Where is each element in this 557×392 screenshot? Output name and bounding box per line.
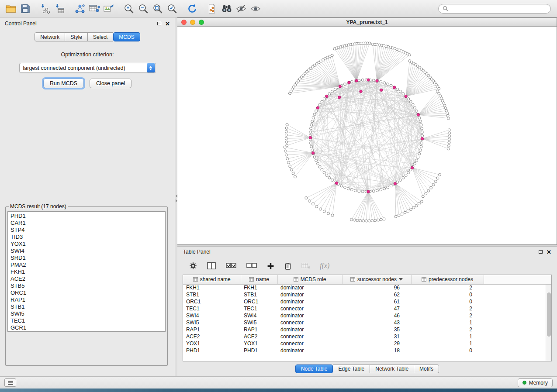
save-session-button[interactable] <box>19 2 32 15</box>
mcds-result-item[interactable]: STB5 <box>8 282 165 289</box>
cell-predecessors[interactable]: 2 <box>411 284 484 291</box>
new-table-button[interactable] <box>88 2 101 15</box>
cell-successors[interactable]: 46 <box>342 312 411 319</box>
zoom-fit-button[interactable] <box>151 2 164 15</box>
table-row[interactable]: ACE2ACE2connector311 <box>183 333 551 340</box>
column-header-MCDS-role[interactable]: MCDS role <box>277 275 342 284</box>
table-row[interactable]: PHD1PHD1dominator180 <box>183 347 551 354</box>
cell-shared_name[interactable]: ORC1 <box>183 298 241 305</box>
import-table-button[interactable] <box>53 2 66 15</box>
table-row[interactable]: ORC1ORC1dominator610 <box>183 298 551 305</box>
cell-shared_name[interactable]: SWI4 <box>183 312 241 319</box>
export-network-button[interactable] <box>206 2 219 15</box>
refresh-button[interactable] <box>186 2 199 15</box>
cell-name[interactable]: PHD1 <box>241 347 277 354</box>
cell-name[interactable]: YOX1 <box>241 340 277 347</box>
table-scrollbar-thumb[interactable] <box>547 292 551 337</box>
mcds-result-item[interactable]: STP4 <box>8 227 165 234</box>
table-row[interactable]: YOX1YOX1connector291 <box>183 340 551 347</box>
cell-name[interactable]: TEC1 <box>241 305 277 312</box>
table-settings-button[interactable] <box>189 261 197 270</box>
collapse-left-icon[interactable] <box>176 194 177 198</box>
search-input[interactable] <box>450 6 547 12</box>
cell-shared_name[interactable]: SWI5 <box>183 319 241 326</box>
network-canvas[interactable] <box>177 27 557 244</box>
cell-name[interactable]: RAP1 <box>241 326 277 333</box>
mcds-result-item[interactable]: SWI5 <box>8 310 165 317</box>
mcds-result-item[interactable]: SRD1 <box>8 254 165 261</box>
mcds-result-item[interactable]: CAR1 <box>8 220 165 227</box>
table-row[interactable]: STB1STB1dominator620 <box>183 291 551 298</box>
mcds-result-item[interactable]: GCR1 <box>8 324 165 331</box>
mcds-result-item[interactable]: TEC1 <box>8 317 165 324</box>
tab-edge-table[interactable]: Edge Table <box>333 364 370 373</box>
mcds-result-item[interactable]: STB1 <box>8 303 165 310</box>
criterion-select[interactable]: largest connected component (undirected) <box>19 63 156 73</box>
cell-name[interactable]: SWI4 <box>241 312 277 319</box>
collapse-right-icon[interactable] <box>176 199 177 203</box>
delete-table-button[interactable] <box>301 262 311 270</box>
tab-motifs[interactable]: Motifs <box>414 364 439 373</box>
cell-successors[interactable]: 47 <box>342 305 411 312</box>
close-panel-icon[interactable]: ✕ <box>165 21 170 27</box>
open-session-button[interactable] <box>4 2 17 15</box>
close-panel-button[interactable]: Close panel <box>90 79 131 88</box>
cell-successors[interactable]: 61 <box>342 298 411 305</box>
float-panel-icon[interactable] <box>157 22 161 25</box>
function-builder-button[interactable]: f(x) <box>320 262 329 270</box>
network-graph[interactable] <box>177 27 557 244</box>
cell-shared_name[interactable]: STB1 <box>183 291 241 298</box>
task-history-button[interactable] <box>4 378 16 387</box>
cell-role[interactable]: dominator <box>277 298 342 305</box>
mcds-result-item[interactable]: ACE2 <box>8 275 165 282</box>
cell-predecessors[interactable]: 0 <box>411 298 484 305</box>
cell-predecessors[interactable]: 2 <box>411 305 484 312</box>
cell-role[interactable]: connector <box>277 319 342 326</box>
cell-name[interactable]: SWI5 <box>241 319 277 326</box>
new-network-button[interactable] <box>73 2 86 15</box>
cell-predecessors[interactable]: 2 <box>411 312 484 319</box>
mcds-result-item[interactable]: ORC1 <box>8 289 165 296</box>
cell-name[interactable]: ORC1 <box>241 298 277 305</box>
cell-successors[interactable]: 31 <box>342 333 411 340</box>
mcds-result-item[interactable]: FKH1 <box>8 268 165 275</box>
cell-successors[interactable]: 96 <box>342 284 411 291</box>
cell-predecessors[interactable]: 2 <box>411 326 484 333</box>
cell-predecessors[interactable]: 1 <box>411 340 484 347</box>
mcds-result-item[interactable]: PMA2 <box>8 261 165 268</box>
cell-role[interactable]: connector <box>277 305 342 312</box>
memory-button[interactable]: Memory <box>518 378 553 387</box>
cell-predecessors[interactable]: 1 <box>411 319 484 326</box>
tab-mcds[interactable]: MCDS <box>113 32 140 41</box>
zoom-out-button[interactable] <box>137 2 150 15</box>
show-columns-button[interactable] <box>207 261 216 270</box>
cell-role[interactable]: connector <box>277 333 342 340</box>
table-row[interactable]: TEC1TEC1connector472 <box>183 305 551 312</box>
minimize-window-icon[interactable] <box>190 20 195 25</box>
column-header-successor-nodes[interactable]: successor nodes <box>342 275 411 284</box>
mcds-result-item[interactable]: SWI4 <box>8 248 165 254</box>
cell-role[interactable]: dominator <box>277 312 342 319</box>
table-row[interactable]: FKH1FKH1dominator962 <box>183 284 551 291</box>
cell-predecessors[interactable]: 0 <box>411 347 484 354</box>
zoom-selected-button[interactable] <box>166 2 179 15</box>
cell-shared_name[interactable]: ACE2 <box>183 333 241 340</box>
mcds-result-item[interactable]: RAP1 <box>8 296 165 303</box>
cell-shared_name[interactable]: FKH1 <box>183 284 241 291</box>
cell-role[interactable]: dominator <box>277 347 342 354</box>
cell-role[interactable]: dominator <box>277 326 342 333</box>
cell-successors[interactable]: 35 <box>342 326 411 333</box>
export-image-button[interactable] <box>102 2 115 15</box>
import-network-button[interactable] <box>39 2 52 15</box>
search-box[interactable] <box>438 4 551 14</box>
deselect-all-columns-button[interactable] <box>246 261 257 270</box>
mcds-result-list[interactable]: PHD1CAR1STP4TID3YOX1SWI4SRD1PMA2FKH1ACE2… <box>7 211 166 332</box>
close-table-panel-icon[interactable]: ✕ <box>547 249 551 255</box>
cell-name[interactable]: FKH1 <box>241 284 277 291</box>
tab-style[interactable]: Style <box>65 32 88 41</box>
select-all-columns-button[interactable] <box>225 261 237 270</box>
float-table-panel-icon[interactable] <box>539 250 543 254</box>
cell-shared_name[interactable]: PHD1 <box>183 347 241 354</box>
table-row[interactable]: SWI4SWI4dominator462 <box>183 312 551 319</box>
cell-role[interactable]: dominator <box>277 284 342 291</box>
